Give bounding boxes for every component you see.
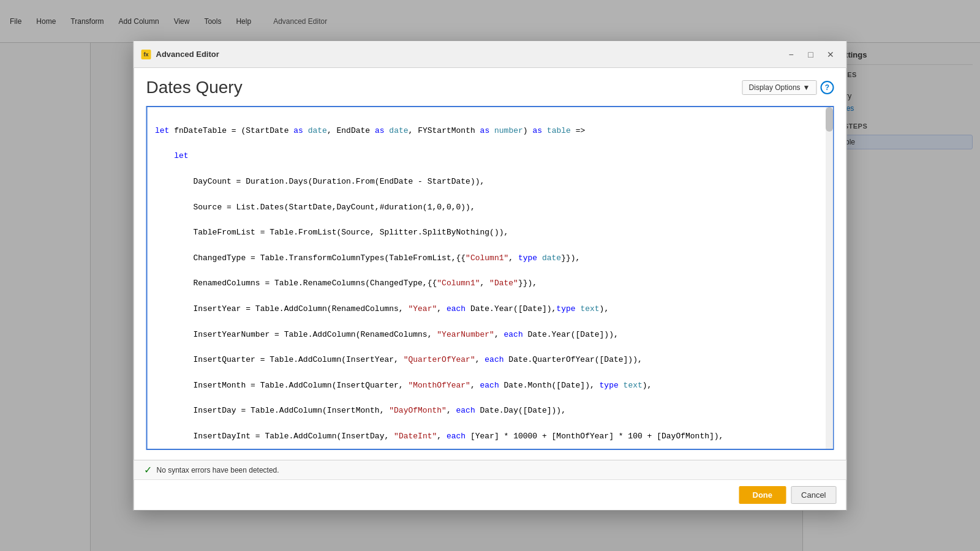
scrollbar-thumb[interactable] — [826, 107, 833, 132]
dialog-heading-row: Dates Query Display Options ▼ ? — [146, 78, 834, 97]
maximize-button[interactable]: □ — [802, 47, 820, 62]
dialog-body: Dates Query Display Options ▼ ? let fnDa… — [134, 68, 846, 460]
scrollbar-track[interactable] — [826, 107, 833, 449]
status-check-icon: ✓ — [144, 464, 152, 476]
chevron-down-icon: ▼ — [803, 83, 810, 92]
dialog-heading: Dates Query — [146, 78, 243, 97]
help-icon[interactable]: ? — [821, 81, 834, 94]
dialog-title-text: Advanced Editor — [156, 50, 219, 59]
dialog-icon: fx — [141, 50, 151, 59]
dialog-title-left: fx Advanced Editor — [141, 50, 219, 59]
code-editor[interactable]: let fnDateTable = (StartDate as date, En… — [146, 106, 834, 450]
display-options-label: Display Options — [749, 83, 801, 92]
minimize-button[interactable]: − — [783, 47, 800, 62]
display-options-button[interactable]: Display Options ▼ — [742, 80, 817, 95]
status-bar: ✓ No syntax errors have been detected. — [134, 460, 846, 479]
dialog-footer: Done Cancel — [134, 479, 846, 510]
code-content: let fnDateTable = (StartDate as date, En… — [148, 107, 834, 450]
close-button[interactable]: ✕ — [822, 47, 839, 62]
dialog-controls: − □ ✕ — [783, 47, 839, 62]
dialog-titlebar: fx Advanced Editor − □ ✕ — [134, 41, 846, 68]
status-text: No syntax errors have been detected. — [157, 466, 279, 474]
advanced-editor-dialog: fx Advanced Editor − □ ✕ Dates Query Dis… — [134, 40, 847, 511]
display-options-row: Display Options ▼ ? — [742, 80, 834, 95]
cancel-button[interactable]: Cancel — [791, 486, 836, 504]
done-button[interactable]: Done — [739, 486, 786, 504]
modal-overlay: fx Advanced Editor − □ ✕ Dates Query Dis… — [0, 0, 980, 551]
